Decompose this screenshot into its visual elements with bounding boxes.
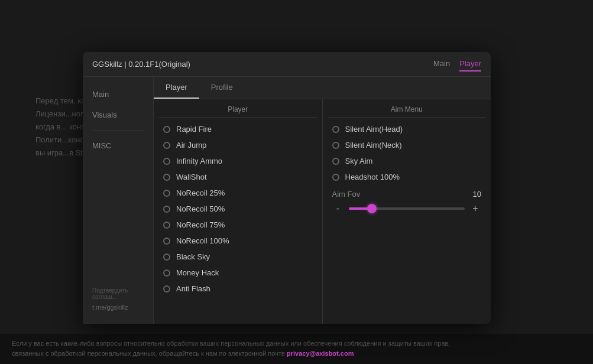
title-tab-main[interactable]: Main xyxy=(433,57,450,72)
radio-silent-aim-neck[interactable] xyxy=(332,142,339,149)
aim-fov-plus-button[interactable]: + xyxy=(469,203,481,214)
list-item-norecoil-25[interactable]: NoRecoil 25% xyxy=(154,185,322,201)
confirm-text: Подтвердить соглаш... xyxy=(92,287,144,300)
app-window: GGSkillz | 0.20.1F1(Original) Main Playe… xyxy=(83,52,491,324)
list-item-infinity-ammo[interactable]: Infinity Ammo xyxy=(154,153,322,169)
list-item-headshot-100[interactable]: Headshot 100% xyxy=(323,169,491,185)
radio-sky-aim[interactable] xyxy=(332,158,339,165)
panel-columns: Player Rapid Fire Air Jump Infinity Ammo xyxy=(154,99,491,324)
aim-fov-section: Aim Fov 10 - + xyxy=(323,185,491,219)
list-item-norecoil-75[interactable]: NoRecoil 75% xyxy=(154,217,322,233)
player-column: Player Rapid Fire Air Jump Infinity Ammo xyxy=(154,99,323,324)
list-item-norecoil-50[interactable]: NoRecoil 50% xyxy=(154,201,322,217)
aim-column: Aim Menu Silent Aim(Head) Silent Aim(Nec… xyxy=(323,99,491,324)
radio-infinity-ammo[interactable] xyxy=(163,158,170,165)
aim-fov-label: Aim Fov xyxy=(332,190,361,199)
radio-black-sky[interactable] xyxy=(163,254,170,261)
slider-thumb[interactable] xyxy=(367,204,377,213)
radio-anti-flash[interactable] xyxy=(163,285,170,292)
aim-column-divider xyxy=(328,117,487,118)
list-item-black-sky[interactable]: Black Sky xyxy=(154,249,322,265)
footer-text: Если у вас есть какие-либо вопросы относ… xyxy=(12,339,581,359)
list-item-silent-aim-neck[interactable]: Silent Aim(Neck) xyxy=(323,137,491,153)
sidebar: Main Visuals MISC Подтвердить соглаш... … xyxy=(83,77,154,324)
sidebar-divider xyxy=(92,130,144,131)
radio-norecoil-75[interactable] xyxy=(163,222,170,229)
radio-norecoil-25[interactable] xyxy=(163,190,170,197)
title-tab-player[interactable]: Player xyxy=(459,57,481,72)
sidebar-item-visuals[interactable]: Visuals xyxy=(83,105,153,125)
aim-fov-slider-track[interactable] xyxy=(349,207,465,210)
panel-tab-player[interactable]: Player xyxy=(154,77,199,99)
radio-norecoil-100[interactable] xyxy=(163,238,170,245)
list-item-money-hack[interactable]: Money Hack xyxy=(154,265,322,281)
panel-tab-profile[interactable]: Profile xyxy=(199,77,245,99)
radio-money-hack[interactable] xyxy=(163,269,170,277)
main-panel: Player Profile Player Rapid Fire Air Jum… xyxy=(154,77,491,324)
social-link[interactable]: t.me/ggskillz xyxy=(92,304,144,311)
sidebar-item-main[interactable]: Main xyxy=(83,84,153,105)
panel-tabs: Player Profile xyxy=(154,77,491,99)
aim-fov-minus-button[interactable]: - xyxy=(332,203,344,214)
player-column-divider xyxy=(158,117,317,118)
list-item-anti-flash[interactable]: Anti Flash xyxy=(154,281,322,297)
list-item-wallshot[interactable]: WallShot xyxy=(154,169,322,185)
aim-column-header: Aim Menu xyxy=(323,99,491,117)
list-item-norecoil-100[interactable]: NoRecoil 100% xyxy=(154,233,322,249)
radio-wallshot[interactable] xyxy=(163,174,170,181)
sidebar-footer: Подтвердить соглаш... t.me/ggskillz xyxy=(83,281,153,317)
slider-row: - + xyxy=(332,203,482,214)
app-title: GGSkillz | 0.20.1F1(Original) xyxy=(92,60,190,69)
player-column-header: Player xyxy=(154,99,322,117)
list-item-sky-aim[interactable]: Sky Aim xyxy=(323,153,491,169)
radio-silent-aim-head[interactable] xyxy=(332,126,339,133)
bottom-bar: Если у вас есть какие-либо вопросы относ… xyxy=(0,334,593,364)
sidebar-item-misc[interactable]: MISC xyxy=(83,135,153,156)
title-bar: GGSkillz | 0.20.1F1(Original) Main Playe… xyxy=(83,52,491,77)
radio-air-jump[interactable] xyxy=(163,142,170,149)
footer-email[interactable]: privacy@axisbot.com xyxy=(287,350,354,357)
aim-fov-value: 10 xyxy=(473,190,481,199)
list-item-silent-aim-head[interactable]: Silent Aim(Head) xyxy=(323,121,491,137)
list-item-air-jump[interactable]: Air Jump xyxy=(154,137,322,153)
content-area: Main Visuals MISC Подтвердить соглаш... … xyxy=(83,77,491,324)
title-tabs: Main Player xyxy=(433,57,481,72)
radio-headshot-100[interactable] xyxy=(332,174,339,181)
slider-label-row: Aim Fov 10 xyxy=(332,190,482,199)
list-item-rapid-fire[interactable]: Rapid Fire xyxy=(154,121,322,137)
radio-rapid-fire[interactable] xyxy=(163,126,170,133)
radio-norecoil-50[interactable] xyxy=(163,206,170,213)
